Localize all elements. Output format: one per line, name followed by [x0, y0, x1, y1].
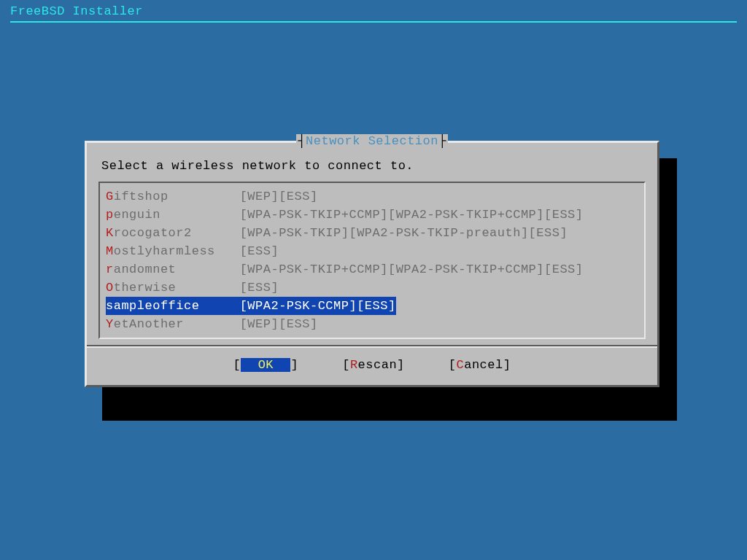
- dialog-title-wrap: ┤Network Selection├: [87, 134, 657, 148]
- network-ssid: YetAnother: [106, 315, 240, 333]
- app-title: FreeBSD Installer: [0, 0, 747, 21]
- network-row[interactable]: Otherwise [ESS]: [106, 279, 638, 297]
- button-bar: [ OK ] [Rescan] [Cancel]: [96, 348, 649, 379]
- network-row[interactable]: sampleoffice [WPA2-PSK-CCMP][ESS]: [106, 297, 638, 315]
- network-ssid: Otherwise: [106, 279, 240, 297]
- network-ssid: penguin: [106, 206, 240, 224]
- network-row[interactable]: Giftshop [WEP][ESS]: [106, 187, 638, 206]
- network-ssid: Giftshop: [106, 187, 240, 206]
- dialog-prompt: Select a wireless network to connect to.: [96, 149, 649, 179]
- network-row[interactable]: YetAnother [WEP][ESS]: [106, 315, 638, 333]
- network-ssid: randomnet: [106, 260, 240, 279]
- network-flags: [WPA-PSK-TKIP][WPA2-PSK-TKIP-preauth][ES…: [240, 224, 568, 242]
- network-flags: [WEP][ESS]: [240, 187, 318, 206]
- network-flags: [WEP][ESS]: [240, 315, 318, 333]
- network-ssid: Krocogator2: [106, 224, 240, 242]
- network-ssid: Mostlyharmless: [106, 242, 240, 260]
- dialog-panel: ┤Network Selection├ Select a wireless ne…: [85, 141, 659, 387]
- network-row[interactable]: penguin [WPA-PSK-TKIP+CCMP][WPA2-PSK-TKI…: [106, 206, 638, 224]
- rescan-button[interactable]: [Rescan]: [342, 358, 405, 372]
- network-flags: [ESS]: [240, 279, 279, 297]
- network-flags: [WPA-PSK-TKIP+CCMP][WPA2-PSK-TKIP+CCMP][…: [240, 260, 584, 279]
- network-list[interactable]: Giftshop [WEP][ESS]penguin [WPA-PSK-TKIP…: [98, 182, 646, 339]
- ok-button[interactable]: [ OK ]: [233, 358, 299, 372]
- network-flags: [WPA2-PSK-CCMP][ESS]: [240, 297, 396, 315]
- dialog-title: ┤Network Selection├: [296, 134, 447, 148]
- network-flags: [WPA-PSK-TKIP+CCMP][WPA2-PSK-TKIP+CCMP][…: [240, 206, 584, 224]
- network-row[interactable]: Krocogator2 [WPA-PSK-TKIP][WPA2-PSK-TKIP…: [106, 224, 638, 242]
- dialog: ┤Network Selection├ Select a wireless ne…: [85, 141, 659, 387]
- cancel-button[interactable]: [Cancel]: [449, 358, 511, 372]
- network-ssid: sampleoffice: [106, 297, 240, 315]
- network-flags: [ESS]: [240, 242, 279, 260]
- top-rule: [10, 21, 737, 23]
- network-row[interactable]: randomnet [WPA-PSK-TKIP+CCMP][WPA2-PSK-T…: [106, 260, 638, 279]
- network-row[interactable]: Mostlyharmless [ESS]: [106, 242, 638, 260]
